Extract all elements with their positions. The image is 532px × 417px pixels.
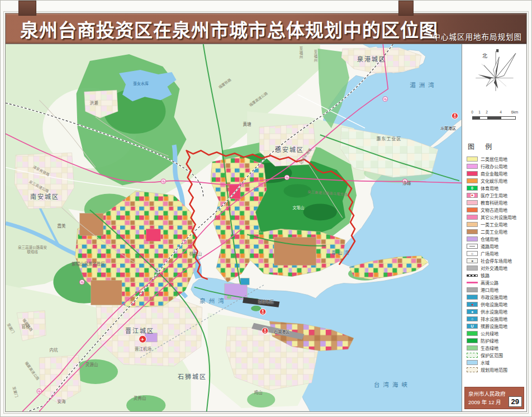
scale-tick: 0 [471, 110, 473, 114]
legend-swatch [467, 282, 478, 283]
credit-box: 泉州市人民政府 2009 年 12 月 29 [464, 387, 524, 409]
legend-item: 港口用地 [467, 286, 523, 293]
legend-item: 0体育用地 [467, 184, 523, 192]
legend-item: 文化娱乐用地 [467, 177, 523, 184]
legend-label: 港口用地 [481, 287, 498, 293]
legend-item: 教育科研用地 [467, 199, 523, 206]
anchor-icon [262, 328, 268, 334]
scale-tick: 4 [500, 110, 502, 114]
legend-item: 铁路 [467, 272, 523, 279]
legend-item: ○排水设施用地 [467, 315, 523, 323]
scale-tick: 2 [486, 110, 488, 114]
legend-swatch [467, 345, 478, 350]
legend-item: 规划用地范围 [467, 366, 523, 373]
legend-swatch: + [467, 193, 478, 198]
binder-tab-right [398, 1, 414, 16]
subtitle: 中心城区用地布局规划图 [433, 31, 522, 42]
legend-item: 对外交通用地 [467, 264, 523, 272]
legend-label: 仓储用地 [481, 236, 498, 242]
legend-swatch [467, 295, 478, 300]
legend-swatch [467, 229, 478, 234]
map-area: ✈ 泉港城区湄洲湾惠安城区惠东工业区斗尾港区净峰南安城区洪濑惠女水库黄塘桃花山文… [6, 44, 462, 411]
legend-swatch: ☼ [467, 251, 478, 256]
legend-header: 图 例 [468, 141, 523, 151]
legend-item: 市政设施用地 [467, 293, 523, 301]
photo-backdrop: 泉州台商投资区在泉州市城市总体规划中的区位图 中心城区用地布局规划图 [0, 0, 532, 417]
legend-label: 道路用地 [481, 243, 498, 249]
legend-item: U殡葬设施用地 [467, 323, 523, 330]
legend-label: 供水设施用地 [481, 309, 507, 315]
legend-item: 公共绿地 [467, 330, 523, 337]
legend-item: 高速公路 [467, 279, 523, 286]
legend-item: 一类工业用地 [467, 221, 523, 228]
scale-tick: 1 [478, 110, 481, 114]
legend-swatch [467, 367, 478, 372]
compass: 北 [466, 48, 523, 106]
legend-label: 水域 [481, 359, 490, 366]
side-panel: 北 [462, 44, 526, 411]
legend-label: 医疗卫生用地 [481, 192, 507, 198]
legend-label: 防护绿地 [481, 338, 498, 344]
page-title: 泉州台商投资区在泉州市城市总体规划中的区位图 [20, 16, 438, 42]
legend-label: 社会停车场用地 [481, 258, 512, 264]
svg-text:✈: ✈ [141, 337, 145, 342]
legend-label: 排水设施用地 [481, 316, 507, 322]
legend-label: 保护区范围 [481, 352, 503, 358]
legend-label: 公共绿地 [481, 330, 498, 337]
anchor-icon [260, 309, 266, 315]
legend-swatch [467, 236, 478, 241]
legend-swatch [467, 215, 478, 220]
legend-swatch [467, 222, 478, 227]
scale-bar-segments [472, 116, 516, 120]
content-row: ✈ 泉港城区湄洲湾惠安城区惠东工业区斗尾港区净峰南安城区洪濑惠女水库黄塘桃花山文… [6, 44, 526, 411]
legend-swatch [467, 266, 478, 271]
legend-label: 供电设施用地 [481, 301, 507, 307]
legend-label: 体育用地 [481, 185, 498, 191]
legend-swatch: ● [467, 302, 478, 307]
legend-item: ●供水设施用地 [467, 308, 523, 315]
legend-label: 规划用地范围 [481, 367, 507, 373]
anchor-icon [452, 113, 458, 119]
legend-label: 市政设施用地 [481, 294, 507, 300]
legend-swatch: 0 [467, 186, 478, 191]
airport-icon: ✈ [139, 335, 146, 343]
legend-swatch: ○ [467, 316, 478, 321]
legend-label: 商业金融用地 [481, 170, 507, 177]
legend-label: 殡葬设施用地 [481, 323, 507, 329]
legend-label: 生态绿地 [481, 345, 498, 351]
legend-item: 道路用地 [467, 243, 523, 250]
legend-item: 仓储用地 [467, 235, 523, 243]
legend-swatch [467, 338, 478, 343]
legend-swatch [467, 157, 478, 162]
legend-label: 高速公路 [481, 279, 498, 286]
legend-item: +医疗卫生用地 [467, 192, 523, 199]
binder-tab-left [18, 1, 36, 16]
legend-item: 保护区范围 [467, 352, 523, 359]
legend-label: 行政办公用地 [481, 163, 507, 169]
legend-item: ●供电设施用地 [467, 301, 523, 308]
legend-swatch [467, 207, 478, 212]
legend-swatch [467, 200, 478, 205]
legend-list: 二类居住用地行政办公用地商业金融用地文化娱乐用地0体育用地+医疗卫生用地教育科研… [467, 155, 523, 373]
legend-label: 文化娱乐用地 [481, 178, 507, 184]
legend-label: 一类工业用地 [481, 221, 507, 228]
legend-swatch: ● [467, 258, 478, 263]
page-number: 29 [509, 396, 522, 407]
legend-swatch [467, 171, 478, 176]
compass-rose-icon [473, 49, 518, 93]
legend-item: 商业金融用地 [467, 170, 523, 177]
legend-label: 其它公共设施用地 [481, 214, 516, 220]
scale-tick: 6km [511, 110, 518, 114]
scale-tick-labels: 01246km [472, 110, 519, 116]
title-bar: 泉州台商投资区在泉州市城市总体规划中的区位图 中心城区用地布局规划图 [6, 13, 526, 44]
legend-label: 二类工业用地 [481, 229, 507, 235]
legend-label: 教育科研用地 [481, 200, 507, 206]
legend-item: 二类居住用地 [467, 155, 523, 163]
legend-swatch [467, 360, 478, 365]
legend-swatch: ● [467, 309, 478, 314]
legend-swatch [467, 287, 478, 292]
map-sheet: 泉州台商投资区在泉州市城市总体规划中的区位图 中心城区用地布局规划图 [5, 13, 527, 412]
legend-item: 二类工业用地 [467, 228, 523, 235]
legend-label: 二类居住用地 [481, 156, 507, 162]
legend-label: 铁路 [481, 272, 490, 278]
